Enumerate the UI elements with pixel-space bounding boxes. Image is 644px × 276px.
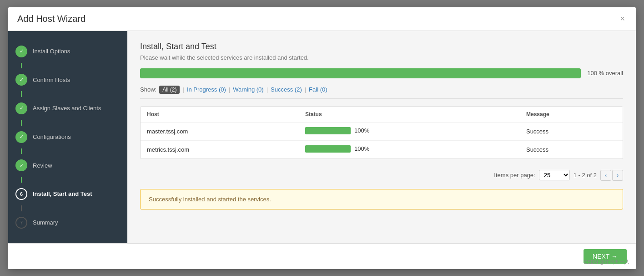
page-range-label: 1 - 2 of 2 [574, 172, 597, 179]
connector-1 [21, 63, 22, 69]
content-heading: Install, Start and Test [140, 42, 623, 51]
success-message: Successfully installed and started the s… [149, 196, 271, 203]
filter-in-progress[interactable]: In Progress (0) [187, 86, 226, 93]
connector-5 [21, 177, 22, 183]
close-button[interactable]: × [618, 15, 627, 23]
cell-status-1: 100% [299, 140, 520, 158]
filter-fail[interactable]: Fail (0) [309, 86, 327, 93]
connector-4 [21, 148, 22, 154]
filter-success[interactable]: Success (2) [271, 86, 302, 93]
cell-host-1: metrics.tssj.com [141, 140, 299, 158]
pct-label-0: 100% [354, 127, 369, 134]
sidebar-label-2: Confirm Hosts [33, 77, 70, 83]
filter-warning[interactable]: Warning (0) [233, 86, 263, 93]
cell-status-0: 100% [299, 122, 520, 140]
connector-3 [21, 120, 22, 126]
sidebar: ✓ Install Options ✓ Confirm Hosts ✓ Assi… [8, 31, 127, 243]
modal-header: Add Host Wizard × [8, 7, 636, 31]
sidebar-item-configurations[interactable]: ✓ Configurations [8, 126, 127, 148]
sidebar-item-summary[interactable]: 7 Summary [8, 211, 127, 234]
page-nav: ‹ › [600, 170, 623, 181]
cell-host-0: master.tssj.com [141, 122, 299, 140]
success-banner: Successfully installed and started the s… [140, 189, 623, 210]
step-circle-2: ✓ [15, 74, 27, 86]
filter-all-badge[interactable]: All (2) [159, 86, 180, 94]
hosts-table-wrap: Host Status Message master.tssj.com 100% [140, 106, 623, 159]
step-circle-4: ✓ [15, 131, 27, 143]
modal: Add Host Wizard × ✓ Install Options ✓ Co… [8, 7, 636, 269]
cell-message-1: Success [520, 140, 623, 158]
modal-body: ✓ Install Options ✓ Confirm Hosts ✓ Assi… [8, 31, 636, 243]
filter-row: Show: All (2) | In Progress (0) | Warnin… [140, 86, 623, 99]
modal-title: Add Host Wizard [17, 14, 86, 24]
sidebar-label-3: Assign Slaves and Clients [33, 105, 101, 112]
watermark: CSDN @江南五一八 [584, 259, 629, 266]
content-header: Install, Start and Test Please wait whil… [140, 42, 623, 61]
main-content: Install, Start and Test Please wait whil… [127, 31, 636, 243]
connector-6 [21, 205, 22, 211]
per-page-select[interactable]: 25 10 50 100 [539, 170, 570, 180]
mini-bar-0 [305, 127, 351, 134]
content-subheading: Please wait while the selected services … [140, 54, 623, 61]
step-circle-1: ✓ [15, 46, 27, 57]
cell-message-0: Success [520, 122, 623, 140]
overall-progress-row: 100 % overall [140, 68, 623, 78]
mini-bar-1 [305, 145, 351, 153]
step-circle-7: 7 [15, 217, 27, 229]
next-page-button[interactable]: › [612, 170, 623, 181]
col-status: Status [299, 107, 520, 123]
modal-footer: NEXT → [8, 243, 636, 269]
sidebar-label-1: Install Options [33, 48, 70, 55]
sidebar-label-7: Summary [33, 219, 58, 226]
overall-progress-bar-fill [140, 68, 581, 78]
pct-label-1: 100% [354, 145, 369, 152]
connector-2 [21, 91, 22, 97]
overall-progress-bar-wrap [140, 68, 581, 78]
sidebar-item-install-options[interactable]: ✓ Install Options [8, 40, 127, 63]
sidebar-label-5: Review [33, 162, 52, 169]
show-label: Show: [140, 86, 156, 93]
prev-page-button[interactable]: ‹ [600, 170, 611, 181]
sidebar-item-confirm-hosts[interactable]: ✓ Confirm Hosts [8, 68, 127, 91]
table-row: metrics.tssj.com 100% Success [141, 140, 623, 158]
items-per-page-label: Items per page: [494, 172, 535, 179]
sidebar-label-6: Install, Start and Test [33, 190, 92, 197]
step-circle-3: ✓ [15, 102, 27, 114]
table-row: master.tssj.com 100% Success [141, 122, 623, 140]
overall-pct-label: 100 % overall [587, 70, 623, 77]
sidebar-label-4: Configurations [33, 133, 71, 140]
pagination-row: Items per page: 25 10 50 100 1 - 2 of 2 … [140, 166, 623, 182]
step-circle-5: ✓ [15, 159, 27, 171]
hosts-table: Host Status Message master.tssj.com 100% [141, 107, 623, 158]
col-message: Message [520, 107, 623, 123]
sidebar-item-assign-slaves[interactable]: ✓ Assign Slaves and Clients [8, 97, 127, 120]
sidebar-item-install-start-test[interactable]: 6 Install, Start and Test [8, 183, 127, 205]
col-host: Host [141, 107, 299, 123]
sidebar-item-review[interactable]: ✓ Review [8, 154, 127, 177]
step-circle-6: 6 [15, 188, 27, 200]
modal-overlay: Add Host Wizard × ✓ Install Options ✓ Co… [0, 0, 644, 276]
